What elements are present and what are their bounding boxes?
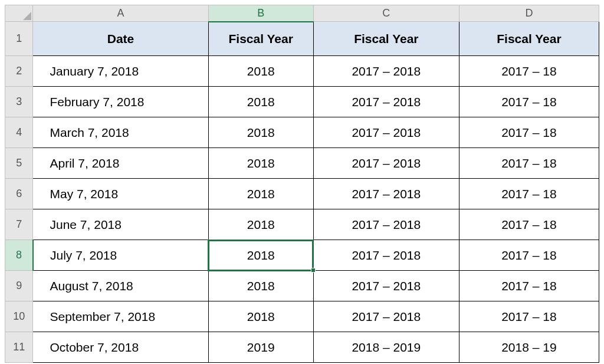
cell-a5[interactable]: April 7, 2018	[33, 148, 208, 179]
col-header-a[interactable]: A	[33, 5, 208, 22]
cell-c6[interactable]: 2017 – 2018	[313, 179, 459, 209]
cell-d8[interactable]: 2017 – 18	[459, 240, 599, 271]
row-header-10[interactable]: 10	[5, 301, 33, 332]
cell-d6[interactable]: 2017 – 18	[459, 179, 599, 209]
spreadsheet-grid[interactable]: A B C D 1 Date Fiscal Year Fiscal Year F…	[5, 5, 599, 363]
row-header-6[interactable]: 6	[5, 179, 33, 209]
cell-c5[interactable]: 2017 – 2018	[313, 148, 459, 179]
cell-d10[interactable]: 2017 – 18	[459, 301, 599, 332]
cell-b7[interactable]: 2018	[208, 209, 313, 240]
cell-d5[interactable]: 2017 – 18	[459, 148, 599, 179]
cell-d2[interactable]: 2017 – 18	[459, 56, 599, 87]
fill-handle[interactable]	[311, 268, 316, 273]
cell-b8[interactable]: 2018	[208, 240, 313, 271]
cell-a3[interactable]: February 7, 2018	[33, 87, 208, 117]
row-header-4[interactable]: 4	[5, 117, 33, 148]
row-header-5[interactable]: 5	[5, 148, 33, 179]
cell-c3[interactable]: 2017 – 2018	[313, 87, 459, 117]
cell-c8[interactable]: 2017 – 2018	[313, 240, 459, 271]
cell-b4[interactable]: 2018	[208, 117, 313, 148]
cell-c1[interactable]: Fiscal Year	[313, 22, 459, 56]
row-header-2[interactable]: 2	[5, 56, 33, 87]
cell-c7[interactable]: 2017 – 2018	[313, 209, 459, 240]
row-header-8[interactable]: 8	[5, 240, 33, 271]
cell-b5[interactable]: 2018	[208, 148, 313, 179]
cell-b10[interactable]: 2018	[208, 301, 313, 332]
col-header-b[interactable]: B	[208, 5, 313, 22]
cell-a9[interactable]: August 7, 2018	[33, 271, 208, 301]
cell-c10[interactable]: 2017 – 2018	[313, 301, 459, 332]
row-header-7[interactable]: 7	[5, 209, 33, 240]
row-header-1[interactable]: 1	[5, 22, 33, 56]
row-header-11[interactable]: 11	[5, 332, 33, 363]
cell-c9[interactable]: 2017 – 2018	[313, 271, 459, 301]
cell-b1[interactable]: Fiscal Year	[208, 22, 313, 56]
cell-a11[interactable]: October 7, 2018	[33, 332, 208, 363]
cell-a2[interactable]: January 7, 2018	[33, 56, 208, 87]
cell-b6[interactable]: 2018	[208, 179, 313, 209]
cell-a6[interactable]: May 7, 2018	[33, 179, 208, 209]
cell-c4[interactable]: 2017 – 2018	[313, 117, 459, 148]
row-header-3[interactable]: 3	[5, 87, 33, 117]
cell-b8-value: 2018	[247, 248, 275, 262]
cell-a7[interactable]: June 7, 2018	[33, 209, 208, 240]
cell-c2[interactable]: 2017 – 2018	[313, 56, 459, 87]
row-header-9[interactable]: 9	[5, 271, 33, 301]
cell-b11[interactable]: 2019	[208, 332, 313, 363]
cell-d4[interactable]: 2017 – 18	[459, 117, 599, 148]
cell-d3[interactable]: 2017 – 18	[459, 87, 599, 117]
cell-a1[interactable]: Date	[33, 22, 208, 56]
cell-d9[interactable]: 2017 – 18	[459, 271, 599, 301]
cell-a8[interactable]: July 7, 2018	[33, 240, 208, 271]
cell-a4[interactable]: March 7, 2018	[33, 117, 208, 148]
cell-c11[interactable]: 2018 – 2019	[313, 332, 459, 363]
cell-d1[interactable]: Fiscal Year	[459, 22, 599, 56]
col-header-d[interactable]: D	[459, 5, 599, 22]
cell-b3[interactable]: 2018	[208, 87, 313, 117]
cell-b9[interactable]: 2018	[208, 271, 313, 301]
cell-a10[interactable]: September 7, 2018	[33, 301, 208, 332]
cell-d7[interactable]: 2017 – 18	[459, 209, 599, 240]
cell-d11[interactable]: 2018 – 19	[459, 332, 599, 363]
col-header-c[interactable]: C	[313, 5, 459, 22]
select-all-corner[interactable]	[5, 5, 33, 22]
cell-b2[interactable]: 2018	[208, 56, 313, 87]
